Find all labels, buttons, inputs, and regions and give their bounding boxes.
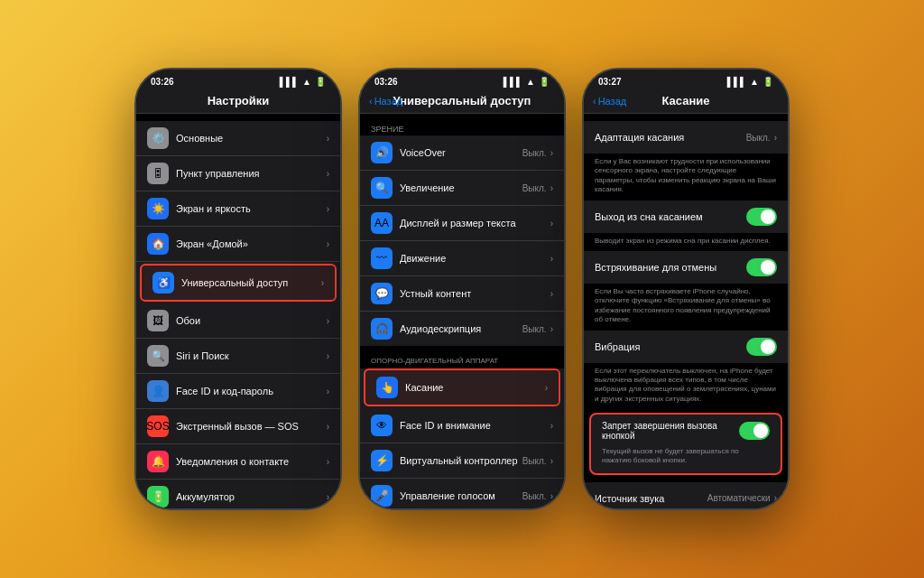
section-label-motor: ОПОРНО-ДВИГАТЕЛЬНЫЙ АППАРАТ	[360, 353, 564, 367]
touch-item[interactable]: 👆 Касание ›	[365, 370, 559, 405]
phone3-wrapper: 03:27 ▌▌▌ ▲ 🔋 ‹ Назад Касание	[582, 68, 790, 510]
list-item[interactable]: 🖼 Обои ›	[136, 303, 340, 339]
shake-toggle[interactable]	[746, 258, 777, 276]
phone2-wrapper: 03:26 ▌▌▌ ▲ 🔋 ‹ Назад Универсальный дост…	[358, 68, 566, 510]
side-btn[interactable]	[582, 196, 584, 232]
list-item[interactable]: 🔔 Уведомления о контакте ›	[136, 444, 340, 480]
volume-down-btn[interactable]	[564, 214, 566, 241]
settings-list-1[interactable]: ⚙️ Основные › 🎛 Пункт управления › ☀️ Эк…	[136, 114, 340, 508]
back-button-2[interactable]: ‹ Назад	[369, 96, 402, 107]
chevron-icon: ›	[545, 383, 548, 393]
source-item[interactable]: Источник звука Автоматически ›	[584, 482, 788, 508]
vibration-item[interactable]: Вибрация	[584, 331, 788, 363]
status-icons-3: ▌▌▌ ▲ 🔋	[727, 77, 773, 87]
item-label: Встряхивание для отмены	[595, 262, 746, 273]
signal-icon: ▌▌▌	[727, 77, 746, 87]
accessibility-item[interactable]: ♿ Универсальный доступ ›	[142, 266, 335, 300]
chevron-icon: ›	[550, 491, 553, 501]
item-label: Обои	[176, 315, 327, 326]
switch-ctrl-icon: ⚡	[371, 450, 393, 471]
list-item[interactable]: ⚙️ Основные ›	[136, 121, 340, 156]
shake-item[interactable]: Встряхивание для отмены	[584, 251, 788, 284]
item-label: Уведомления о контакте	[176, 456, 327, 467]
call-end-toggle[interactable]	[739, 422, 770, 440]
wifi-icon: ▲	[750, 77, 759, 87]
call-end-item[interactable]: Запрет завершения вызова кнопкой	[591, 415, 781, 447]
phone1-screen: 03:26 ▌▌▌ ▲ 🔋 Настройки ⚙️ Основные	[136, 70, 340, 508]
phone2-screen: 03:26 ▌▌▌ ▲ 🔋 ‹ Назад Универсальный дост…	[360, 70, 564, 508]
vision-group: 🔊 VoiceOver Выкл. › 🔍 Увеличение Выкл. ›…	[360, 135, 564, 346]
source-group: Источник звука Автоматически ›	[584, 482, 788, 508]
list-item[interactable]: 🔍 Siri и Поиск ›	[136, 339, 340, 374]
shake-group: Встряхивание для отмены	[584, 251, 788, 284]
faceid-icon: 👁	[371, 415, 393, 436]
chevron-icon: ›	[550, 324, 553, 334]
vibration-toggle[interactable]	[746, 338, 777, 356]
display-icon: AA	[371, 212, 393, 234]
list-item[interactable]: 🔋 Аккумулятор ›	[136, 480, 340, 508]
volume-up-btn[interactable]	[340, 178, 342, 205]
wake-desc: Выводит экран из режима сна при касании …	[584, 233, 788, 251]
chevron-icon: ›	[327, 351, 329, 361]
item-label: Адаптация касания	[595, 132, 746, 143]
nav-title-2: Универсальный доступ	[393, 94, 531, 107]
voiceover-icon: 🔊	[371, 142, 393, 163]
chevron-icon: ›	[327, 169, 329, 179]
list-item[interactable]: 💬 Устный контент ›	[360, 276, 564, 312]
list-item[interactable]: 🔊 VoiceOver Выкл. ›	[360, 135, 564, 171]
item-icon: ⚙️	[147, 127, 169, 149]
volume-down-btn[interactable]	[340, 214, 342, 241]
touch-icon: 👆	[376, 377, 398, 398]
chevron-icon: ›	[327, 134, 329, 144]
side-btn[interactable]	[358, 196, 360, 232]
item-icon: 👤	[147, 380, 169, 402]
back-button-3[interactable]: ‹ Назад	[593, 96, 626, 107]
item-icon: 🖼	[147, 310, 169, 331]
shake-desc: Если Вы часто встряхиваете iPhone случай…	[584, 284, 788, 331]
wake-item[interactable]: Выход из сна касанием	[584, 200, 788, 233]
chevron-icon: ›	[327, 457, 329, 467]
chevron-icon: ›	[550, 456, 553, 466]
chevron-icon: ›	[774, 493, 777, 503]
list-item[interactable]: 👤 Face ID и код-пароль ›	[136, 374, 340, 409]
wifi-icon: ▲	[526, 77, 535, 87]
list-item[interactable]: 🎧 Аудиодескрипция Выкл. ›	[360, 312, 564, 346]
chevron-icon: ›	[550, 219, 553, 228]
volume-up-btn[interactable]	[788, 178, 790, 205]
list-item[interactable]: Адаптация касания Выкл. ›	[584, 121, 788, 154]
zoom-icon: 🔍	[371, 177, 393, 199]
chevron-icon: ›	[550, 183, 553, 193]
settings-list-2[interactable]: ЗРЕНИЕ 🔊 VoiceOver Выкл. › 🔍 Увеличение …	[360, 114, 564, 508]
item-value: Выкл.	[746, 133, 771, 143]
list-item[interactable]: 🎤 Управление голосом Выкл. ›	[360, 479, 564, 508]
chevron-icon: ›	[774, 133, 777, 143]
list-item[interactable]: SOS Экстренный вызов — SOS ›	[136, 409, 340, 444]
back-chevron-icon: ‹	[369, 96, 373, 107]
wake-toggle[interactable]	[746, 208, 777, 226]
volume-up-btn[interactable]	[564, 178, 566, 205]
chevron-icon: ›	[327, 204, 329, 214]
group1: ⚙️ Основные › 🎛 Пункт управления › ☀️ Эк…	[136, 121, 340, 508]
list-item[interactable]: 🎛 Пункт управления ›	[136, 156, 340, 191]
list-item[interactable]: ⚡ Виртуальный контроллер Выкл. ›	[360, 443, 564, 479]
phone3-screen: 03:27 ▌▌▌ ▲ 🔋 ‹ Назад Касание	[584, 70, 788, 508]
battery-icon: 🔋	[762, 77, 773, 87]
nav-title-3: Касание	[661, 94, 709, 107]
list-item[interactable]: 🔍 Увеличение Выкл. ›	[360, 171, 564, 206]
list-item[interactable]: 〰 Движение ›	[360, 241, 564, 276]
side-btn[interactable]	[134, 196, 136, 232]
spoken-icon: 💬	[371, 283, 393, 304]
phone1-wrapper: 03:26 ▌▌▌ ▲ 🔋 Настройки ⚙️ Основные	[134, 68, 342, 510]
list-item[interactable]: 🏠 Экран «Домой» ›	[136, 227, 340, 262]
chevron-icon: ›	[550, 148, 553, 158]
vibration-desc: Если этот переключатель выключен, на iPh…	[584, 363, 788, 410]
touch-settings-list[interactable]: Адаптация касания Выкл. › Если у Вас воз…	[584, 114, 788, 508]
item-label: Виртуальный контроллер	[400, 455, 522, 466]
status-icons-1: ▌▌▌ ▲ 🔋	[280, 77, 326, 87]
volume-down-btn[interactable]	[788, 214, 790, 241]
signal-icon: ▌▌▌	[504, 77, 522, 87]
list-item[interactable]: AA Дисплей и размер текста ›	[360, 206, 564, 241]
item-icon: 🏠	[147, 233, 169, 255]
list-item[interactable]: ☀️ Экран и яркость ›	[136, 191, 340, 227]
list-item[interactable]: 👁 Face ID и внимание ›	[360, 408, 564, 443]
